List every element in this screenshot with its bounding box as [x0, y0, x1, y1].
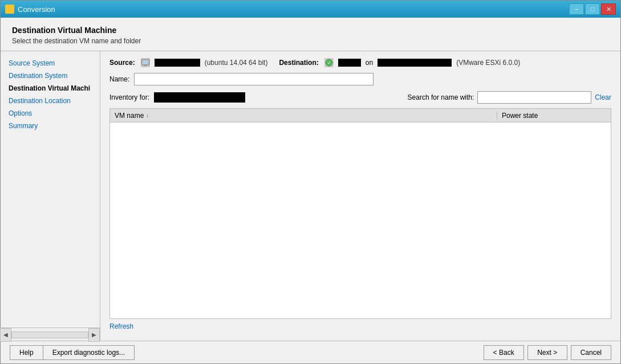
- cancel-button[interactable]: Cancel: [571, 345, 611, 360]
- sidebar-scrollbar[interactable]: [11, 332, 88, 338]
- inventory-value-redacted: [154, 92, 245, 103]
- svg-rect-1: [143, 60, 148, 64]
- destination-section: Destination: ✓ on (VMware ESXi 6.0.0): [279, 58, 520, 67]
- bottom-right-buttons: < Back Next > Cancel: [484, 345, 611, 360]
- source-label: Source:: [109, 59, 135, 67]
- source-section: Source: (ubuntu 14.04 64 bit): [109, 58, 267, 67]
- bottom-left-buttons: Help Export diagnostic logs...: [10, 345, 135, 360]
- page-title: Destination Virtual Machine: [12, 26, 609, 35]
- sidebar-item-summary[interactable]: Summary: [1, 120, 100, 132]
- name-row: Name:: [109, 73, 611, 85]
- next-button[interactable]: Next >: [527, 345, 567, 360]
- main-window: ◆ Conversion − □ ✕ Destination Virtual M…: [0, 0, 621, 364]
- refresh-row: Refresh: [109, 319, 611, 334]
- table-col-vm-name[interactable]: VM name ↓: [110, 112, 497, 120]
- window-content: Destination Virtual Machine Select the d…: [1, 18, 620, 363]
- table-col-power-state: Power state: [497, 112, 611, 120]
- help-button[interactable]: Help: [10, 345, 43, 360]
- destination-value-redacted-1: [338, 59, 361, 67]
- source-destination-row: Source: (ubuntu 14.04 64 bit) Destinatio…: [109, 58, 611, 67]
- clear-link[interactable]: Clear: [595, 93, 611, 101]
- maximize-button[interactable]: □: [585, 3, 600, 15]
- sidebar: Source System Destination System Destina…: [1, 51, 100, 341]
- content-panel: Source: (ubuntu 14.04 64 bit) Destinatio…: [100, 51, 620, 341]
- destination-type-text: (VMware ESXi 6.0.0): [456, 59, 520, 67]
- svg-rect-2: [144, 65, 147, 66]
- search-label: Search for name with:: [408, 93, 474, 101]
- sidebar-scroll-right[interactable]: ▶: [88, 328, 100, 341]
- svg-text:✓: ✓: [327, 60, 331, 66]
- sidebar-scrollbar-row: ◀ ▶: [1, 328, 100, 341]
- title-bar: ◆ Conversion − □ ✕: [1, 1, 620, 18]
- vm-table: VM name ↓ Power state: [109, 108, 611, 319]
- back-button[interactable]: < Back: [484, 345, 524, 360]
- main-area: Source System Destination System Destina…: [1, 51, 620, 341]
- source-os-text: (ubuntu 14.04 64 bit): [205, 59, 268, 67]
- search-input[interactable]: [477, 91, 591, 104]
- title-bar-left: ◆ Conversion: [5, 5, 55, 14]
- sidebar-item-destination-system[interactable]: Destination System: [1, 69, 100, 82]
- header-section: Destination Virtual Machine Select the d…: [1, 18, 620, 51]
- app-icon: ◆: [5, 5, 14, 14]
- source-value-redacted: [155, 59, 200, 67]
- inventory-label: Inventory for:: [109, 93, 149, 101]
- name-input[interactable]: [134, 73, 374, 85]
- sort-indicator: ↓: [146, 112, 149, 118]
- table-body: [110, 122, 611, 318]
- sidebar-item-options[interactable]: Options: [1, 107, 100, 120]
- bottom-bar: Help Export diagnostic logs... < Back Ne…: [1, 341, 620, 363]
- destination-label: Destination:: [279, 59, 318, 67]
- sidebar-item-source-system[interactable]: Source System: [1, 57, 100, 69]
- name-label: Name:: [109, 75, 129, 83]
- sidebar-item-destination-location[interactable]: Destination Location: [1, 95, 100, 107]
- minimize-button[interactable]: −: [569, 3, 584, 15]
- table-header: VM name ↓ Power state: [110, 109, 611, 122]
- refresh-link[interactable]: Refresh: [109, 322, 133, 330]
- window-title: Conversion: [18, 5, 55, 14]
- sidebar-item-destination-vm: Destination Virtual Machi: [1, 82, 100, 95]
- destination-on-text: on: [366, 59, 373, 67]
- inventory-row: Inventory for: Search for name with: Cle…: [109, 91, 611, 104]
- close-button[interactable]: ✕: [601, 3, 616, 15]
- sidebar-scroll-left[interactable]: ◀: [1, 328, 11, 341]
- page-subtitle: Select the destination VM name and folde…: [12, 37, 609, 45]
- search-section: Search for name with: Clear: [408, 91, 611, 104]
- export-logs-button[interactable]: Export diagnostic logs...: [43, 345, 135, 360]
- destination-value-redacted-2: [378, 59, 452, 67]
- source-icon: [141, 58, 150, 67]
- destination-icon: ✓: [324, 58, 334, 67]
- window-controls: − □ ✕: [569, 3, 616, 15]
